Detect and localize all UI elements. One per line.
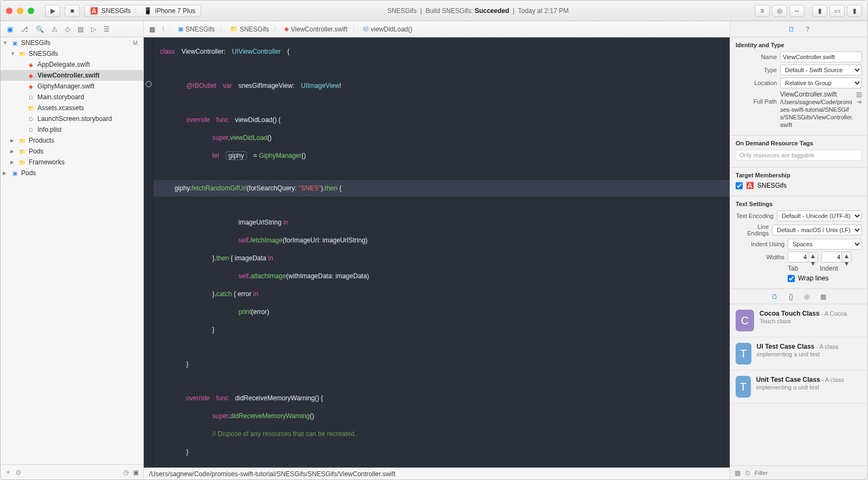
- type-select[interactable]: Default - Swift Source: [780, 65, 862, 75]
- indent-using-label: Indent Using: [736, 241, 784, 247]
- template-icon: C: [736, 310, 754, 331]
- file-tree[interactable]: ▼▣SNESGifsM▼📁SNESGifs◆AppDelegate.swift◆…: [1, 37, 143, 464]
- target-checkbox[interactable]: [736, 182, 743, 189]
- tree-item[interactable]: ▼📁SNESGifs: [1, 48, 143, 59]
- reports-tab-icon[interactable]: ☰: [104, 25, 110, 33]
- editor-assistant-button[interactable]: ◎: [772, 5, 787, 17]
- filter-icon[interactable]: ⊙: [16, 469, 21, 476]
- odr-title: On Demand Resource Tags: [736, 140, 862, 146]
- editor-standard-button[interactable]: ≡: [755, 5, 770, 17]
- gutter[interactable]: [144, 37, 154, 468]
- template-library[interactable]: CCocoa Touch Class - A Cocoa Touch class…: [730, 304, 867, 465]
- issues-tab-icon[interactable]: ⚠: [52, 25, 58, 33]
- choose-path-icon[interactable]: ▥: [856, 91, 862, 98]
- status-path: /Users/sagnew/Code/promises-swift-tutori…: [149, 470, 395, 478]
- relative-file: ViewController.swift: [780, 91, 837, 98]
- library-footer: ▦ ⊙: [730, 465, 867, 479]
- crumb-project[interactable]: SNESGifs: [186, 25, 215, 33]
- scheme-selector[interactable]: 🅰️ SNESGifs 〉 📱 iPhone 7 Plus: [84, 5, 201, 17]
- tree-item[interactable]: ▶📁Frameworks: [1, 157, 143, 168]
- grid-icon[interactable]: ▦: [735, 469, 741, 477]
- filter-icon[interactable]: ⊙: [745, 469, 750, 477]
- activity-viewer: SNESGifs | Build SNESGifs: Succeeded | T…: [206, 7, 750, 15]
- project-tab-icon[interactable]: ▣: [7, 25, 13, 33]
- toggle-inspector-button[interactable]: ▮: [847, 5, 862, 17]
- target-title: Target Membership: [736, 172, 862, 178]
- file-templates-tab-icon[interactable]: 🗋: [771, 293, 778, 300]
- zoom-icon[interactable]: [28, 8, 34, 14]
- project-navigator: ▣ ⎇ 🔍 ⚠ ◇ ▤ ▷ ☰ ▼▣SNESGifsM▼📁SNESGifs◆Ap…: [1, 21, 144, 479]
- tree-root[interactable]: ▼▣SNESGifsM: [1, 37, 143, 48]
- code-snippets-tab-icon[interactable]: {}: [789, 293, 793, 300]
- stop-button[interactable]: ■: [65, 5, 80, 17]
- tree-item[interactable]: 📁Assets.xcassets: [1, 103, 143, 113]
- location-select[interactable]: Relative to Group: [780, 78, 862, 88]
- line-endings-select[interactable]: Default - macOS / Unix (LF): [772, 225, 862, 235]
- reveal-arrow-icon[interactable]: ➜: [857, 98, 862, 106]
- jump-bar[interactable]: ▦ 〈 〉 ▣SNESGifs 〉 📁SNESGifs 〉 ◆ViewContr…: [144, 21, 730, 37]
- tree-item[interactable]: 🗋Main.storyboard: [1, 92, 143, 103]
- editor-version-button[interactable]: ↔: [789, 5, 805, 17]
- window-controls: [6, 8, 34, 14]
- scm-icon[interactable]: ▣: [133, 469, 139, 476]
- text-settings-section: Text Settings Text EncodingDefault - Uni…: [730, 196, 867, 289]
- method-icon: Ⓜ: [363, 25, 369, 33]
- indent-using-select[interactable]: Spaces: [788, 239, 862, 249]
- tests-tab-icon[interactable]: ◇: [65, 25, 70, 33]
- minimize-icon[interactable]: [17, 8, 23, 14]
- code-editor[interactable]: class ViewController: UIViewController {…: [154, 37, 730, 468]
- crumb-file[interactable]: ViewController.swift: [291, 25, 347, 33]
- device-icon: 📱: [144, 7, 152, 15]
- wraplines-label: Wrap lines: [798, 274, 828, 282]
- activity-time: Today at 2:17 PM: [518, 7, 569, 15]
- search-tab-icon[interactable]: 🔍: [36, 25, 44, 33]
- tree-item[interactable]: ◆GiphyManager.swift: [1, 81, 143, 92]
- location-label: Location: [736, 80, 777, 86]
- tree-item[interactable]: ◆AppDelegate.swift: [1, 59, 143, 70]
- forward-button[interactable]: 〉: [168, 24, 175, 34]
- encoding-select[interactable]: Default - Unicode (UTF-8): [777, 210, 862, 221]
- run-button[interactable]: ▶: [45, 5, 60, 17]
- media-tab-icon[interactable]: ▦: [820, 293, 826, 300]
- crumb-symbol[interactable]: viewDidLoad(): [371, 25, 413, 33]
- debug-tab-icon[interactable]: ▤: [78, 25, 84, 33]
- name-field[interactable]: [780, 52, 862, 62]
- library-item[interactable]: CCocoa Touch Class - A Cocoa Touch class: [730, 304, 867, 337]
- library-filter-input[interactable]: [755, 470, 863, 476]
- toggle-navigator-button[interactable]: ▮: [812, 5, 827, 17]
- type-label: Type: [736, 67, 777, 73]
- back-button[interactable]: 〈: [158, 24, 165, 34]
- tree-item[interactable]: 🗋Info.plist: [1, 124, 143, 135]
- library-item[interactable]: TUI Test Case Class - A class implementi…: [730, 337, 867, 370]
- crumb-folder[interactable]: SNESGifs: [240, 25, 269, 33]
- odr-section: On Demand Resource Tags Only resources a…: [730, 136, 867, 168]
- tree-item[interactable]: ▶📁Products: [1, 135, 143, 146]
- chevron-right-icon: 〉: [273, 24, 280, 34]
- recent-icon[interactable]: ◷: [123, 469, 129, 476]
- file-inspector-tab-icon[interactable]: 🗋: [788, 25, 795, 33]
- template-icon: T: [736, 376, 751, 398]
- indent-width-stepper[interactable]: ▲▼: [821, 252, 852, 263]
- connection-indicator-icon[interactable]: [145, 81, 152, 87]
- tab-width-stepper[interactable]: ▲▼: [788, 252, 818, 263]
- add-button[interactable]: ＋: [5, 468, 11, 477]
- tree-item[interactable]: ▶▣Pods: [1, 168, 143, 178]
- breakpoints-tab-icon[interactable]: ▷: [91, 25, 96, 33]
- activity-project: SNESGifs: [387, 7, 417, 15]
- related-items-icon[interactable]: ▦: [149, 25, 155, 33]
- target-name: SNESGifs: [757, 182, 787, 189]
- library-item[interactable]: TUnit Test Case Class - A class implemen…: [730, 370, 867, 404]
- close-icon[interactable]: [6, 8, 12, 14]
- encoding-label: Text Encoding: [736, 213, 774, 219]
- chevron-right-icon: 〉: [219, 24, 226, 34]
- tree-item[interactable]: 🗋LaunchScreen.storyboard: [1, 113, 143, 124]
- app-icon: 🅰️: [746, 182, 754, 189]
- tree-item[interactable]: ◆ViewController.swift: [1, 70, 143, 81]
- toggle-debug-button[interactable]: ▭: [829, 5, 845, 17]
- objects-tab-icon[interactable]: ◎: [804, 293, 809, 300]
- tree-item[interactable]: ▶📁Pods: [1, 146, 143, 157]
- source-control-tab-icon[interactable]: ⎇: [21, 25, 28, 33]
- odr-placeholder: Only resources are taggable: [736, 150, 862, 161]
- wraplines-checkbox[interactable]: [788, 275, 795, 282]
- quickhelp-tab-icon[interactable]: ?: [806, 25, 809, 33]
